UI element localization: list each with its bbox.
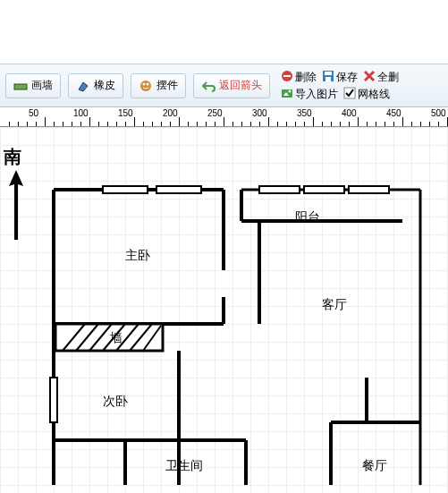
svg-rect-0 xyxy=(14,84,27,89)
delete-button[interactable]: 删除 xyxy=(281,70,317,85)
delete-icon xyxy=(281,70,293,85)
floorplan-drawing: 阳台 主卧 客厅 墙 次卧 卫生间 餐厅 xyxy=(36,172,429,493)
svg-marker-1 xyxy=(79,82,88,91)
svg-rect-16 xyxy=(156,186,201,193)
eraser-label: 橡皮 xyxy=(94,78,115,93)
draw-wall-label: 画墙 xyxy=(31,78,53,93)
living-room-label: 客厅 xyxy=(322,297,347,313)
delete-all-icon xyxy=(363,70,376,85)
titlebar-area xyxy=(0,0,448,64)
wall-label: 墙 xyxy=(110,330,123,346)
svg-point-3 xyxy=(143,82,146,85)
import-image-button[interactable]: 导入图片 xyxy=(281,87,338,102)
eraser-icon xyxy=(76,79,90,93)
svg-rect-9 xyxy=(325,77,331,81)
furniture-button[interactable]: 摆件 xyxy=(131,73,186,98)
dining-room-label: 餐厅 xyxy=(362,458,387,474)
eraser-button[interactable]: 橡皮 xyxy=(68,73,123,98)
wall-icon xyxy=(13,79,28,93)
draw-wall-button[interactable]: 画墙 xyxy=(5,73,61,98)
svg-rect-15 xyxy=(103,186,148,193)
compass-label: 南 xyxy=(4,145,21,169)
delete-label: 删除 xyxy=(295,70,317,85)
svg-rect-6 xyxy=(283,75,291,77)
svg-rect-19 xyxy=(349,186,389,193)
svg-rect-17 xyxy=(259,186,300,193)
balcony-label: 阳台 xyxy=(295,209,320,225)
second-bedroom-label: 次卧 xyxy=(103,394,128,410)
furniture-label: 摆件 xyxy=(156,78,178,93)
svg-marker-14 xyxy=(9,170,23,240)
svg-point-12 xyxy=(289,89,292,92)
svg-rect-18 xyxy=(304,186,344,193)
import-icon xyxy=(281,87,293,102)
north-arrow-icon xyxy=(7,170,25,244)
gridlines-label: 网格线 xyxy=(358,87,390,102)
save-icon xyxy=(322,70,334,85)
delete-all-button[interactable]: 全删 xyxy=(363,70,399,85)
back-arrow-button[interactable]: 返回箭头 xyxy=(193,73,270,98)
delete-all-label: 全删 xyxy=(377,70,399,85)
floorplan-canvas[interactable]: 南 xyxy=(0,127,448,493)
bathroom-label: 卫生间 xyxy=(165,458,203,474)
save-label: 保存 xyxy=(336,70,358,85)
back-arrow-label: 返回箭头 xyxy=(219,78,262,93)
checkbox-icon xyxy=(343,87,356,102)
svg-rect-21 xyxy=(50,378,57,422)
master-bedroom-label: 主卧 xyxy=(125,248,150,264)
svg-point-2 xyxy=(140,81,151,91)
right-toolbar-group: 删除 保存 全删 导入图片 网格线 xyxy=(281,70,399,102)
furniture-icon xyxy=(139,79,153,93)
toolbar: 画墙 橡皮 摆件 返回箭头 删除 保存 全删 xyxy=(0,64,448,107)
import-label: 导入图片 xyxy=(295,87,338,102)
svg-rect-8 xyxy=(325,72,332,75)
back-arrow-icon xyxy=(201,79,216,93)
svg-point-4 xyxy=(147,82,149,85)
gridlines-toggle[interactable]: 网格线 xyxy=(343,87,390,102)
horizontal-ruler: 50100150200250300350400450500 xyxy=(0,107,448,127)
save-button[interactable]: 保存 xyxy=(322,70,358,85)
